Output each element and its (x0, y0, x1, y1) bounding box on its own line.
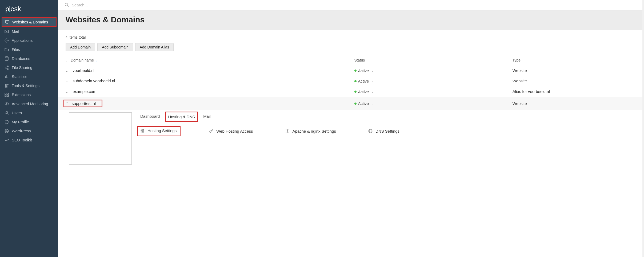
status-dot-icon (354, 80, 357, 82)
type-text: Website (513, 68, 527, 73)
status-dot-icon (354, 103, 357, 105)
table-header-row: ⌄ Domain name ↓ Status Type (58, 55, 644, 65)
column-label: Type (513, 58, 521, 62)
domain-name: example.com (73, 89, 96, 94)
add-subdomain-button[interactable]: Add Subdomain (97, 43, 133, 51)
bar-chart-icon (4, 74, 9, 79)
sidebar-item-statistics[interactable]: Statistics (0, 72, 58, 81)
site-thumbnail[interactable] (69, 112, 132, 165)
chevron-down-icon: ⌄ (371, 90, 374, 93)
svg-point-24 (5, 103, 9, 105)
status-pill[interactable]: Active ⌄ (354, 79, 374, 83)
svg-point-25 (6, 103, 7, 104)
sidebar-item-seo-toolkit[interactable]: SEO Toolkit (0, 136, 58, 145)
status-text: Active (358, 89, 369, 94)
domain-name: supporttest.nl (72, 101, 96, 106)
type-text: Alias for voorbeeld.nl (513, 89, 550, 94)
svg-point-36 (210, 131, 211, 132)
tool-label: Web Hosting Access (216, 129, 253, 133)
sidebar-item-label: Websites & Domains (12, 20, 48, 24)
domains-table: ⌄ Domain name ↓ Status Type ⌄ voorbeeld.… (58, 55, 644, 170)
svg-point-26 (6, 111, 7, 113)
type-text: Website (513, 101, 527, 106)
svg-line-9 (6, 67, 7, 67)
domain-name: subdomein.voorbeeld.nl (73, 79, 115, 83)
monitor-icon (5, 20, 10, 25)
tab-dashboard[interactable]: Dashboard (140, 112, 160, 122)
sidebar-item-websites-domains[interactable]: Websites & Domains (2, 18, 56, 26)
status-text: Active (358, 101, 369, 106)
search-bar (58, 0, 644, 10)
sidebar-item-wordpress[interactable]: WordPress (0, 127, 58, 136)
column-header-type[interactable]: Type (509, 55, 644, 65)
svg-rect-20 (5, 93, 6, 94)
chevron-down-icon[interactable]: ⌄ (66, 90, 69, 94)
sidebar-item-files[interactable]: Files (0, 45, 58, 54)
table-row[interactable]: ⌄ example.com Active ⌄ Alias for voorbee… (58, 86, 644, 97)
action-buttons-row: Add Domain Add Subdomain Add Domain Alia… (58, 43, 644, 55)
sidebar-item-tools-settings[interactable]: Tools & Settings (0, 81, 58, 90)
sidebar-item-extensions[interactable]: Extensions (0, 90, 58, 99)
status-dot-icon (354, 91, 357, 93)
table-row[interactable]: ⌄ subdomein.voorbeeld.nl Active ⌄ Websit… (58, 76, 644, 86)
sidebar-item-mail[interactable]: Mail (0, 27, 58, 36)
add-domain-button[interactable]: Add Domain (66, 43, 95, 51)
search-icon (65, 3, 69, 7)
sidebar-item-databases[interactable]: Databases (0, 54, 58, 63)
status-pill[interactable]: Active ⌄ (354, 89, 374, 94)
column-header-status[interactable]: Status (351, 55, 509, 65)
status-dot-icon (354, 70, 357, 72)
chevron-down-icon[interactable]: ⌄ (66, 80, 69, 83)
share-icon (4, 65, 9, 70)
main-content: Websites & Domains 4 items total Add Dom… (58, 0, 644, 257)
domain-name: voorbeeld.nl (73, 68, 94, 73)
status-pill[interactable]: Active ⌄ (354, 101, 374, 106)
brand-text: plesk (5, 5, 21, 13)
sidebar-item-label: Extensions (12, 93, 31, 97)
sidebar-item-label: Mail (12, 29, 19, 34)
column-header-domain[interactable]: ⌄ Domain name ↓ (58, 55, 351, 65)
sidebar-item-label: File Sharing (12, 66, 32, 70)
type-text: Website (513, 79, 527, 83)
sidebar-item-applications[interactable]: Applications (0, 36, 58, 45)
items-total-label: 4 items total (58, 35, 644, 43)
chevron-down-icon: ⌄ (371, 102, 374, 105)
search-input[interactable] (72, 3, 178, 7)
tab-mail[interactable]: Mail (203, 112, 211, 122)
brand-logo: plesk (0, 0, 58, 17)
table-row[interactable]: ⌃ supporttest.nl Active ⌄ Website (58, 97, 644, 110)
sort-caret-icon: ⌄ (66, 59, 68, 62)
column-label: Domain name (71, 58, 94, 62)
table-row[interactable]: ⌄ voorbeeld.nl Active ⌄ Website (58, 65, 644, 76)
gear-icon (4, 38, 9, 43)
add-domain-alias-button[interactable]: Add Domain Alias (135, 43, 174, 51)
globe-icon (368, 129, 373, 133)
sidebar-item-file-sharing[interactable]: File Sharing (0, 63, 58, 72)
svg-point-6 (7, 66, 9, 67)
tool-web-hosting-access[interactable]: Web Hosting Access (209, 129, 253, 133)
tool-dns-settings[interactable]: DNS Settings (368, 129, 399, 133)
chevron-down-icon: ⌄ (371, 80, 374, 83)
svg-point-8 (7, 68, 9, 70)
profile-icon (4, 120, 9, 124)
sidebar-item-users[interactable]: Users (0, 108, 58, 117)
chevron-up-icon[interactable]: ⌃ (66, 102, 69, 105)
status-pill[interactable]: Active ⌄ (354, 68, 374, 73)
sidebar-item-my-profile[interactable]: My Profile (0, 117, 58, 127)
svg-point-4 (6, 40, 7, 41)
sidebar-item-label: Statistics (12, 75, 27, 79)
tool-apache-nginx[interactable]: Apache & nginx Settings (285, 129, 336, 133)
tab-hosting-dns[interactable]: Hosting & DNS (167, 113, 195, 121)
highlight-hosting-settings: Hosting Settings (137, 126, 181, 136)
tool-hosting-settings[interactable]: Hosting Settings (140, 128, 177, 133)
sidebar-item-advanced-monitoring[interactable]: Advanced Monitoring (0, 99, 58, 108)
status-text: Active (358, 68, 369, 73)
folder-icon (4, 47, 9, 52)
trend-icon (4, 138, 9, 142)
svg-point-37 (287, 130, 288, 132)
sidebar-item-label: WordPress (12, 129, 31, 133)
scrollbar-track[interactable] (642, 0, 644, 257)
chevron-down-icon[interactable]: ⌄ (66, 69, 69, 73)
sidebar-nav: Websites & Domains Mail Applications Fil… (0, 17, 58, 145)
tool-label: Apache & nginx Settings (293, 129, 336, 133)
